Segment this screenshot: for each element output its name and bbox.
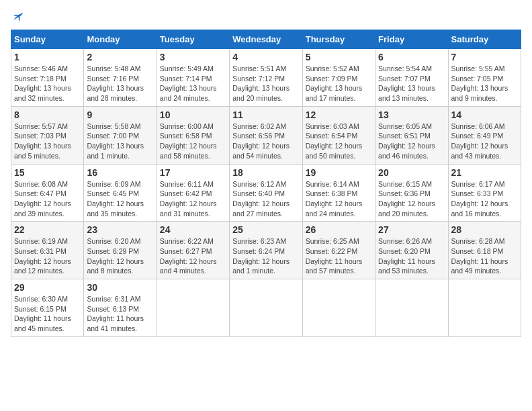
calendar-day-cell: 25Sunrise: 6:23 AM Sunset: 6:24 PM Dayli… <box>230 222 302 279</box>
day-number: 18 <box>232 167 299 178</box>
day-info: Sunrise: 5:55 AM Sunset: 7:05 PM Dayligh… <box>451 64 518 103</box>
day-info: Sunrise: 6:28 AM Sunset: 6:18 PM Dayligh… <box>451 236 518 276</box>
day-number: 19 <box>306 167 372 178</box>
day-number: 2 <box>87 52 153 62</box>
calendar-day-cell: 15Sunrise: 6:08 AM Sunset: 6:47 PM Dayli… <box>11 164 84 222</box>
day-info: Sunrise: 6:15 AM Sunset: 6:36 PM Dayligh… <box>378 179 445 219</box>
day-number: 5 <box>306 52 372 62</box>
day-info: Sunrise: 6:19 AM Sunset: 6:31 PM Dayligh… <box>14 236 81 276</box>
day-number: 9 <box>87 109 153 120</box>
day-number: 16 <box>87 167 153 178</box>
calendar-day-cell: 2Sunrise: 5:48 AM Sunset: 7:16 PM Daylig… <box>84 49 157 107</box>
day-info: Sunrise: 5:57 AM Sunset: 7:03 PM Dayligh… <box>14 122 81 161</box>
day-number: 26 <box>306 224 372 235</box>
day-info: Sunrise: 6:30 AM Sunset: 6:15 PM Dayligh… <box>14 294 81 334</box>
logo <box>11 11 24 23</box>
calendar-day-cell: 30Sunrise: 6:31 AM Sunset: 6:13 PM Dayli… <box>84 279 157 337</box>
calendar-day-cell: 10Sunrise: 6:00 AM Sunset: 6:58 PM Dayli… <box>157 106 229 164</box>
calendar-day-cell: 8Sunrise: 5:57 AM Sunset: 7:03 PM Daylig… <box>11 106 84 164</box>
calendar-day-cell: 1Sunrise: 5:46 AM Sunset: 7:18 PM Daylig… <box>11 49 84 107</box>
calendar-day-cell: 9Sunrise: 5:58 AM Sunset: 7:00 PM Daylig… <box>84 106 157 164</box>
day-of-week-header: Monday <box>84 30 157 49</box>
day-info: Sunrise: 5:58 AM Sunset: 7:00 PM Dayligh… <box>87 122 153 161</box>
day-of-week-header: Saturday <box>448 30 521 49</box>
day-info: Sunrise: 5:48 AM Sunset: 7:16 PM Dayligh… <box>87 64 153 103</box>
day-number: 12 <box>306 109 372 120</box>
day-info: Sunrise: 6:14 AM Sunset: 6:38 PM Dayligh… <box>306 179 372 219</box>
calendar-day-cell: 16Sunrise: 6:09 AM Sunset: 6:45 PM Dayli… <box>84 164 157 222</box>
calendar-table: SundayMondayTuesdayWednesdayThursdayFrid… <box>11 30 521 337</box>
day-of-week-header: Sunday <box>11 30 84 49</box>
calendar-day-cell: 29Sunrise: 6:30 AM Sunset: 6:15 PM Dayli… <box>11 279 84 337</box>
calendar-day-cell: 11Sunrise: 6:02 AM Sunset: 6:56 PM Dayli… <box>230 106 302 164</box>
day-number: 30 <box>87 282 153 293</box>
day-of-week-header: Tuesday <box>157 30 229 49</box>
day-number: 22 <box>14 224 81 235</box>
day-number: 7 <box>451 52 518 62</box>
day-info: Sunrise: 6:09 AM Sunset: 6:45 PM Dayligh… <box>87 179 153 219</box>
day-info: Sunrise: 6:02 AM Sunset: 6:56 PM Dayligh… <box>232 122 299 161</box>
calendar-day-cell: 18Sunrise: 6:12 AM Sunset: 6:40 PM Dayli… <box>230 164 302 222</box>
calendar-day-cell: 19Sunrise: 6:14 AM Sunset: 6:38 PM Dayli… <box>302 164 375 222</box>
day-number: 14 <box>451 109 518 120</box>
logo-bird-icon <box>12 11 24 23</box>
empty-cell <box>302 279 375 337</box>
day-number: 4 <box>232 52 299 62</box>
day-info: Sunrise: 5:54 AM Sunset: 7:07 PM Dayligh… <box>378 64 445 103</box>
day-info: Sunrise: 6:26 AM Sunset: 6:20 PM Dayligh… <box>378 236 445 276</box>
day-info: Sunrise: 6:17 AM Sunset: 6:33 PM Dayligh… <box>451 179 518 219</box>
day-number: 13 <box>378 109 445 120</box>
day-info: Sunrise: 6:05 AM Sunset: 6:51 PM Dayligh… <box>378 122 445 161</box>
calendar-day-cell: 27Sunrise: 6:26 AM Sunset: 6:20 PM Dayli… <box>375 222 448 279</box>
day-info: Sunrise: 5:52 AM Sunset: 7:09 PM Dayligh… <box>306 64 372 103</box>
day-number: 10 <box>160 109 226 120</box>
calendar-day-cell: 23Sunrise: 6:20 AM Sunset: 6:29 PM Dayli… <box>84 222 157 279</box>
calendar-day-cell: 14Sunrise: 6:06 AM Sunset: 6:49 PM Dayli… <box>448 106 521 164</box>
empty-cell <box>230 279 302 337</box>
day-number: 8 <box>14 109 81 120</box>
calendar-day-cell: 21Sunrise: 6:17 AM Sunset: 6:33 PM Dayli… <box>448 164 521 222</box>
calendar-day-cell: 22Sunrise: 6:19 AM Sunset: 6:31 PM Dayli… <box>11 222 84 279</box>
calendar-day-cell: 24Sunrise: 6:22 AM Sunset: 6:27 PM Dayli… <box>157 222 229 279</box>
day-info: Sunrise: 6:22 AM Sunset: 6:27 PM Dayligh… <box>160 236 226 276</box>
calendar-day-cell: 3Sunrise: 5:49 AM Sunset: 7:14 PM Daylig… <box>157 49 229 107</box>
day-info: Sunrise: 6:12 AM Sunset: 6:40 PM Dayligh… <box>232 179 299 219</box>
day-of-week-header: Thursday <box>302 30 375 49</box>
day-info: Sunrise: 6:25 AM Sunset: 6:22 PM Dayligh… <box>306 236 372 276</box>
day-number: 28 <box>451 224 518 235</box>
day-info: Sunrise: 6:03 AM Sunset: 6:54 PM Dayligh… <box>306 122 372 161</box>
calendar-week-row: 1Sunrise: 5:46 AM Sunset: 7:18 PM Daylig… <box>11 49 521 107</box>
calendar-day-cell: 6Sunrise: 5:54 AM Sunset: 7:07 PM Daylig… <box>375 49 448 107</box>
day-number: 6 <box>378 52 445 62</box>
day-info: Sunrise: 6:23 AM Sunset: 6:24 PM Dayligh… <box>232 236 299 276</box>
calendar-day-cell: 26Sunrise: 6:25 AM Sunset: 6:22 PM Dayli… <box>302 222 375 279</box>
day-number: 20 <box>378 167 445 178</box>
calendar-day-cell: 13Sunrise: 6:05 AM Sunset: 6:51 PM Dayli… <box>375 106 448 164</box>
day-info: Sunrise: 6:00 AM Sunset: 6:58 PM Dayligh… <box>160 122 226 161</box>
day-number: 29 <box>14 282 81 293</box>
calendar-week-row: 29Sunrise: 6:30 AM Sunset: 6:15 PM Dayli… <box>11 279 521 337</box>
day-number: 27 <box>378 224 445 235</box>
day-of-week-header: Wednesday <box>230 30 302 49</box>
calendar-header-row: SundayMondayTuesdayWednesdayThursdayFrid… <box>11 30 521 49</box>
day-number: 24 <box>160 224 226 235</box>
day-number: 15 <box>14 167 81 178</box>
day-of-week-header: Friday <box>375 30 448 49</box>
day-number: 1 <box>14 52 81 62</box>
day-number: 23 <box>87 224 153 235</box>
empty-cell <box>375 279 448 337</box>
day-info: Sunrise: 6:06 AM Sunset: 6:49 PM Dayligh… <box>451 122 518 161</box>
day-info: Sunrise: 5:46 AM Sunset: 7:18 PM Dayligh… <box>14 64 81 103</box>
calendar-day-cell: 28Sunrise: 6:28 AM Sunset: 6:18 PM Dayli… <box>448 222 521 279</box>
calendar-week-row: 8Sunrise: 5:57 AM Sunset: 7:03 PM Daylig… <box>11 106 521 164</box>
day-number: 3 <box>160 52 226 62</box>
page-header <box>11 11 521 23</box>
day-info: Sunrise: 6:31 AM Sunset: 6:13 PM Dayligh… <box>87 294 153 334</box>
day-info: Sunrise: 5:49 AM Sunset: 7:14 PM Dayligh… <box>160 64 226 103</box>
calendar-week-row: 22Sunrise: 6:19 AM Sunset: 6:31 PM Dayli… <box>11 222 521 279</box>
empty-cell <box>157 279 229 337</box>
calendar-day-cell: 20Sunrise: 6:15 AM Sunset: 6:36 PM Dayli… <box>375 164 448 222</box>
day-number: 21 <box>451 167 518 178</box>
calendar-day-cell: 12Sunrise: 6:03 AM Sunset: 6:54 PM Dayli… <box>302 106 375 164</box>
calendar-day-cell: 4Sunrise: 5:51 AM Sunset: 7:12 PM Daylig… <box>230 49 302 107</box>
